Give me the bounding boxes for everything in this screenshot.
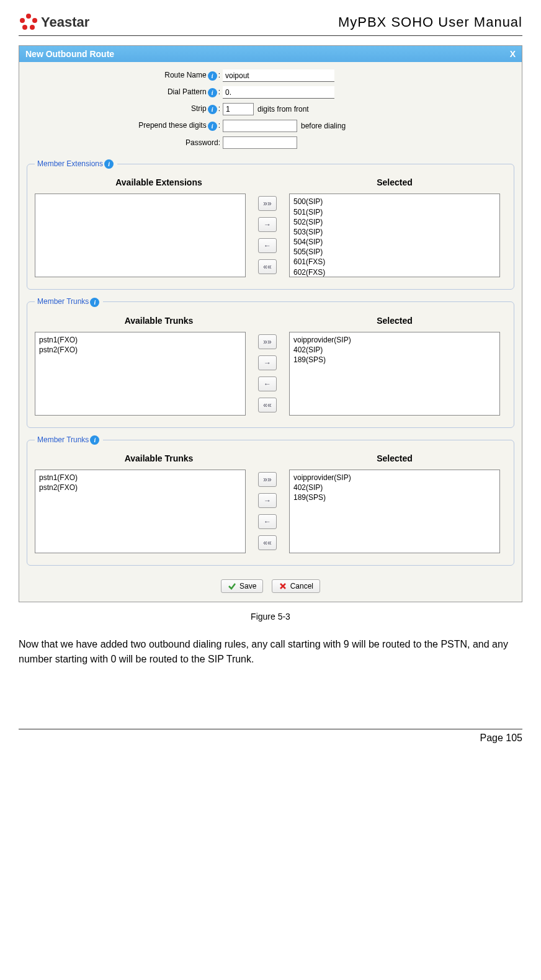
brand-logo: Yeastar	[19, 12, 89, 32]
document-header: Yeastar MyPBX SOHO User Manual	[19, 12, 522, 36]
close-icon[interactable]: X	[510, 49, 516, 59]
strip-input[interactable]	[223, 103, 254, 115]
row-password: Password:	[30, 136, 511, 149]
list-item[interactable]: pstn2(FXO)	[39, 345, 241, 355]
available-header: Available Trunks	[35, 316, 283, 326]
transfer-buttons: »»→←««	[246, 470, 289, 556]
info-icon[interactable]: i	[208, 105, 217, 114]
selected-listbox[interactable]: voipprovider(SIP)402(SIP)189(SPS)	[289, 332, 500, 416]
move-left-button[interactable]: ←	[258, 238, 277, 253]
columns-header: Available TrunksSelected	[35, 316, 506, 326]
flower-icon	[19, 12, 38, 32]
save-button[interactable]: Save	[221, 579, 263, 593]
move-right-button[interactable]: →	[258, 493, 277, 508]
available-listbox[interactable]: pstn1(FXO)pstn2(FXO)	[35, 470, 246, 553]
list-item[interactable]: voipprovider(SIP)	[293, 335, 496, 345]
password-label: Password:	[186, 138, 220, 147]
row-dial-pattern: Dial Patterni:	[30, 86, 511, 99]
list-item[interactable]: voipprovider(SIP)	[293, 473, 496, 483]
list-item[interactable]: 189(SPS)	[293, 355, 496, 365]
svg-point-0	[26, 14, 31, 19]
figure-caption: Figure 5-3	[19, 612, 522, 621]
list-item[interactable]: 402(SIP)	[293, 345, 496, 355]
list-item[interactable]: pstn1(FXO)	[39, 335, 241, 345]
move-left-button[interactable]: ←	[258, 376, 277, 391]
move-all-right-button[interactable]: »»	[258, 196, 277, 211]
strip-label: Strip	[191, 104, 207, 113]
info-icon[interactable]: i	[208, 71, 217, 81]
check-icon	[228, 582, 236, 590]
svg-point-2	[32, 18, 37, 23]
svg-point-1	[20, 18, 25, 23]
svg-point-4	[30, 25, 35, 30]
selected-listbox[interactable]: voipprovider(SIP)402(SIP)189(SPS)	[289, 470, 500, 553]
info-icon[interactable]: i	[208, 88, 217, 97]
row-route-name: Route Namei:	[30, 69, 511, 82]
password-input[interactable]	[223, 136, 297, 149]
move-all-right-button[interactable]: »»	[258, 334, 277, 349]
svg-point-3	[22, 25, 27, 30]
available-listbox[interactable]	[35, 194, 246, 277]
body-paragraph: Now that we have added two outbound dial…	[19, 637, 522, 667]
list-item[interactable]: 602(FXS)	[293, 267, 496, 277]
move-left-button[interactable]: ←	[258, 514, 277, 529]
prepend-suffix: before dialing	[301, 122, 346, 130]
section-legend: Member Extensionsi	[35, 159, 117, 169]
save-label: Save	[239, 582, 256, 590]
dial-pattern-input[interactable]	[223, 86, 334, 99]
section-legend: Member Trunksi	[35, 297, 103, 306]
section-1: Member TrunksiAvailable TrunksSelectedps…	[27, 297, 514, 427]
list-item[interactable]: 503(SIP)	[293, 227, 496, 237]
form-area: Route Namei: Dial Patterni: Stripi: digi…	[19, 62, 522, 156]
selected-header: Selected	[283, 453, 506, 463]
document-footer: Page 105	[19, 729, 522, 744]
available-header: Available Trunks	[35, 453, 283, 463]
list-item[interactable]: 402(SIP)	[293, 483, 496, 492]
list-item[interactable]: pstn1(FXO)	[39, 473, 241, 483]
selected-listbox[interactable]: 500(SIP)501(SIP)502(SIP)503(SIP)504(SIP)…	[289, 194, 500, 277]
route-name-label: Route Name	[164, 71, 206, 79]
info-icon[interactable]: i	[90, 298, 99, 307]
row-strip: Stripi: digits from front	[30, 103, 511, 115]
list-item[interactable]: 501(SIP)	[293, 207, 496, 217]
transfer-buttons: »»→←««	[246, 332, 289, 419]
move-all-right-button[interactable]: »»	[258, 472, 277, 487]
move-all-left-button[interactable]: ««	[258, 259, 277, 274]
dial-pattern-label: Dial Pattern	[168, 87, 207, 96]
list-item[interactable]: 502(SIP)	[293, 217, 496, 227]
list-item[interactable]: 601(FXS)	[293, 257, 496, 267]
move-right-button[interactable]: →	[258, 217, 277, 232]
info-icon[interactable]: i	[90, 435, 99, 445]
move-all-left-button[interactable]: ««	[258, 398, 277, 412]
dialog-actions: Save Cancel	[19, 573, 522, 602]
transfer-row: pstn1(FXO)pstn2(FXO)»»→←««voipprovider(S…	[35, 470, 506, 556]
page-number: Page 105	[480, 733, 522, 744]
transfer-row: pstn1(FXO)pstn2(FXO)»»→←««voipprovider(S…	[35, 332, 506, 419]
available-header: Available Extensions	[35, 177, 283, 187]
section-0: Member ExtensionsiAvailable ExtensionsSe…	[27, 159, 514, 290]
info-icon[interactable]: i	[104, 159, 114, 169]
route-name-input[interactable]	[223, 69, 334, 82]
list-item[interactable]: 500(SIP)	[293, 197, 496, 207]
cancel-button[interactable]: Cancel	[272, 579, 320, 593]
list-item[interactable]: pstn2(FXO)	[39, 483, 241, 492]
list-item[interactable]: 505(SIP)	[293, 247, 496, 257]
x-icon	[279, 582, 287, 590]
section-2: Member TrunksiAvailable TrunksSelectedps…	[27, 435, 514, 566]
dialog-titlebar: New Outbound Route X	[19, 46, 522, 62]
move-right-button[interactable]: →	[258, 355, 277, 370]
list-item[interactable]: 504(SIP)	[293, 237, 496, 247]
brand-name: Yeastar	[41, 14, 89, 30]
info-icon[interactable]: i	[208, 122, 217, 131]
row-prepend: Prepend these digitsi: before dialing	[30, 120, 511, 132]
strip-suffix: digits from front	[257, 105, 309, 114]
transfer-row: »»→←««500(SIP)501(SIP)502(SIP)503(SIP)50…	[35, 194, 506, 280]
document-title: MyPBX SOHO User Manual	[338, 14, 522, 30]
available-listbox[interactable]: pstn1(FXO)pstn2(FXO)	[35, 332, 246, 416]
selected-header: Selected	[283, 177, 506, 187]
move-all-left-button[interactable]: ««	[258, 535, 277, 550]
prepend-input[interactable]	[223, 120, 297, 132]
section-legend: Member Trunksi	[35, 435, 103, 445]
list-item[interactable]: 189(SPS)	[293, 492, 496, 502]
new-outbound-route-dialog: New Outbound Route X Route Namei: Dial P…	[19, 45, 522, 602]
